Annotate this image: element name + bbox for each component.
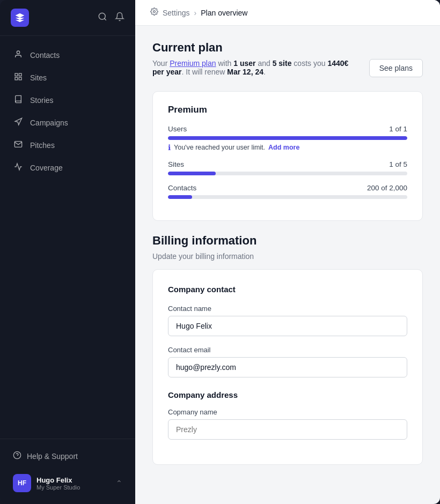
contact-name-input[interactable] — [168, 316, 407, 336]
user-limit-text: You've reached your user limit. — [174, 144, 265, 151]
users-count: 1 of 1 — [389, 125, 407, 133]
coverage-label: Coverage — [30, 164, 63, 172]
sidebar: Contacts Sites Stories — [0, 0, 135, 504]
svg-line-1 — [104, 18, 106, 20]
contacts-usage-row: Contacts 200 of 2,000 — [168, 184, 407, 199]
svg-rect-5 — [15, 77, 18, 80]
svg-point-2 — [17, 51, 19, 54]
user-limit-notice: ℹ You've reached your user limit. Add mo… — [168, 143, 407, 152]
sites-label: Sites — [168, 160, 184, 168]
contact-email-group: Contact email — [168, 346, 407, 377]
stories-label: Stories — [30, 96, 54, 105]
sites-icon — [13, 72, 24, 83]
contacts-count: 200 of 2,000 — [367, 184, 407, 192]
app-container: Contacts Sites Stories — [0, 0, 440, 504]
sidebar-item-coverage[interactable]: Coverage — [6, 157, 129, 179]
user-studio: My Super Studio — [36, 484, 111, 491]
sidebar-item-sites[interactable]: Sites — [6, 67, 129, 88]
user-profile-item[interactable]: HF Hugo Felix My Super Studio ⌃ — [6, 469, 129, 498]
add-more-link[interactable]: Add more — [268, 144, 299, 151]
contacts-icon — [13, 50, 24, 61]
svg-point-0 — [99, 13, 105, 19]
sidebar-item-contacts[interactable]: Contacts — [6, 45, 129, 66]
contact-email-label: Contact email — [168, 346, 407, 354]
settings-gear-icon — [150, 8, 158, 18]
breadcrumb-settings[interactable]: Settings — [163, 9, 190, 17]
sites-usage-row: Sites 1 of 5 — [168, 160, 407, 175]
billing-title: Billing information — [152, 234, 423, 248]
stories-icon — [13, 95, 24, 106]
sidebar-item-stories[interactable]: Stories — [6, 90, 129, 111]
sidebar-item-pitches[interactable]: Pitches — [6, 135, 129, 156]
contact-name-label: Contact name — [168, 305, 407, 313]
pitches-icon — [13, 140, 24, 151]
premium-plan-card: Premium Users 1 of 1 ℹ You've reached yo… — [152, 91, 423, 221]
current-plan-section: Current plan Your Premium plan with 1 us… — [152, 41, 423, 221]
sites-count: 1 of 5 — [389, 160, 407, 168]
sites-label: Sites — [30, 73, 47, 82]
app-logo — [11, 9, 29, 27]
current-plan-description: Your Premium plan with 1 user and 5 site… — [152, 59, 358, 76]
contacts-label: Contacts — [168, 184, 196, 192]
company-name-group: Copmany name — [168, 408, 407, 440]
sidebar-item-campaigns[interactable]: Campaigns — [6, 112, 129, 134]
billing-card: Company contact Contact name Contact ema… — [152, 269, 423, 465]
sidebar-actions — [98, 12, 124, 24]
company-name-input[interactable] — [168, 419, 407, 440]
contacts-label: Contacts — [30, 51, 60, 60]
company-name-label: Copmany name — [168, 408, 407, 416]
pitches-label: Pitches — [30, 141, 55, 150]
coverage-icon — [13, 162, 24, 173]
sites-progress-bar — [168, 172, 407, 175]
search-button[interactable] — [98, 12, 107, 24]
sidebar-footer: Help & Support HF Hugo Felix My Super St… — [0, 439, 135, 504]
sites-progress-fill — [168, 172, 216, 175]
current-plan-title: Current plan — [152, 41, 423, 55]
help-support-item[interactable]: Help & Support — [6, 446, 129, 466]
svg-point-9 — [153, 11, 156, 13]
breadcrumb-current: Plan overview — [201, 9, 247, 17]
company-address-title: Company address — [168, 390, 407, 399]
contacts-progress-fill — [168, 195, 192, 199]
contact-name-group: Contact name — [168, 305, 407, 336]
users-progress-fill — [168, 136, 407, 140]
company-contact-title: Company contact — [168, 285, 407, 294]
premium-plan-link[interactable]: Premium plan — [170, 59, 216, 68]
content-area: Current plan Your Premium plan with 1 us… — [135, 26, 440, 504]
help-icon — [13, 451, 21, 461]
info-icon: ℹ — [168, 143, 171, 152]
chevron-down-icon: ⌃ — [116, 479, 122, 487]
contact-email-input[interactable] — [168, 357, 407, 377]
svg-rect-4 — [19, 73, 21, 76]
avatar: HF — [13, 474, 31, 492]
billing-section: Billing information Update your billing … — [152, 234, 423, 465]
campaigns-icon — [13, 117, 24, 128]
user-name: Hugo Felix — [36, 476, 111, 484]
top-bar: Settings › Plan overview — [135, 0, 440, 26]
help-label: Help & Support — [27, 452, 78, 461]
premium-plan-label: Premium — [168, 105, 407, 115]
main-content: Settings › Plan overview |← Current plan… — [135, 0, 440, 504]
users-usage-row: Users 1 of 1 ℹ You've reached your user … — [168, 125, 407, 152]
see-plans-button[interactable]: See plans — [369, 59, 423, 77]
svg-rect-6 — [19, 77, 21, 80]
svg-rect-3 — [15, 73, 18, 76]
breadcrumb-separator: › — [194, 9, 197, 17]
notifications-button[interactable] — [115, 12, 124, 24]
contacts-progress-bar — [168, 195, 407, 199]
users-label: Users — [168, 125, 187, 133]
user-info: Hugo Felix My Super Studio — [36, 476, 111, 491]
users-progress-bar — [168, 136, 407, 140]
billing-subtitle: Update your billing information — [152, 252, 423, 261]
campaigns-label: Campaigns — [30, 118, 68, 127]
sidebar-header — [0, 0, 135, 36]
sidebar-nav: Contacts Sites Stories — [0, 36, 135, 439]
